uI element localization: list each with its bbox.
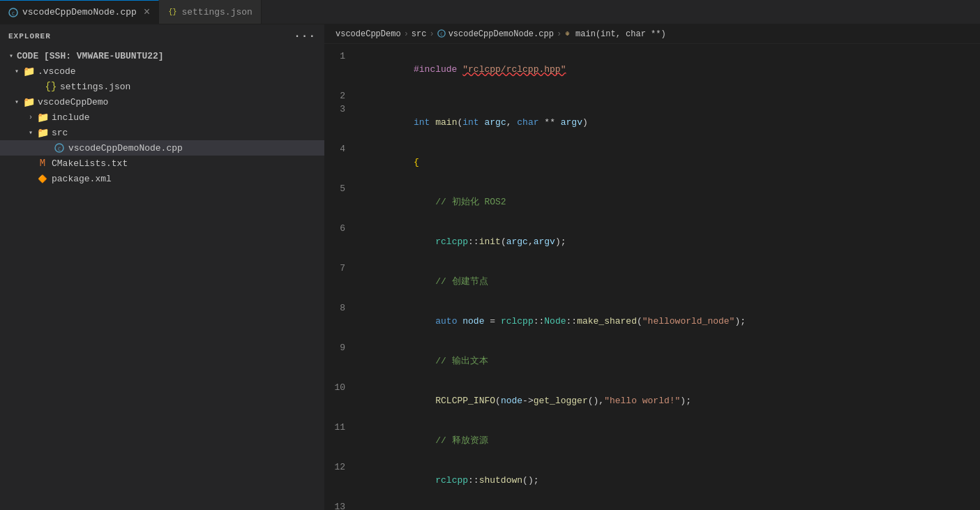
src-label: src — [52, 128, 68, 138]
main-layout: EXPLORER ··· ▾ CODE [SSH: VMWARE-UBUNTU2… — [0, 24, 980, 510]
vscodecppdemo-arrow: ▾ — [11, 98, 22, 106]
line-code-4: { — [359, 142, 419, 182]
more-options-icon[interactable]: ··· — [294, 30, 316, 43]
tab-cpp[interactable]: C vscodeCppDemoNode.cpp × — [0, 0, 159, 24]
svg-text:C: C — [12, 10, 15, 16]
line-code-10: RCLCPP_INFO(node->get_logger(),"hello wo… — [359, 381, 691, 421]
sep1: › — [404, 29, 409, 39]
line-code-6: rclcpp::init(argc,argv); — [359, 222, 566, 262]
tree-item-cppnode[interactable]: C vscodeCppDemoNode.cpp — [0, 140, 324, 156]
vscodecppdemo-label: vscodeCppDemo — [38, 97, 108, 107]
json-icon: {} — [45, 81, 57, 92]
project-folder-icon: 📁 — [22, 96, 35, 108]
vscode-arrow: ▾ — [11, 67, 22, 75]
tree-item-settings-json[interactable]: {} settings.json — [0, 79, 324, 94]
src-folder-icon: 📁 — [36, 127, 49, 139]
svg-text:C: C — [58, 147, 61, 152]
line-num-8: 8 — [324, 301, 359, 315]
line-code-3: int main(int argc, char ** argv) — [359, 103, 588, 142]
tab-json-label: settings.json — [181, 7, 252, 17]
code-line-12: 12 rclcpp::shutdown(); — [324, 460, 980, 500]
code-line-7: 7 // 创建节点 — [324, 262, 980, 301]
editor-area: vscodeCppDemo › src › C vscodeCppDemoNod… — [324, 24, 980, 510]
line-num-13: 13 — [324, 500, 359, 510]
tree-item-vscode[interactable]: ▾ 📁 .vscode — [0, 63, 324, 79]
code-line-5: 5 // 初始化 ROS2 — [324, 182, 980, 222]
line-code-11: // 释放资源 — [359, 421, 488, 460]
code-line-4: 4 { — [324, 142, 980, 182]
settings-json-label: settings.json — [60, 82, 130, 92]
include-label: include — [52, 112, 90, 123]
line-num-6: 6 — [324, 222, 359, 235]
code-line-9: 9 // 输出文本 — [324, 341, 980, 381]
cmake-label: CMakeLists.txt — [52, 158, 128, 169]
xml-icon: 🔶 — [36, 174, 49, 183]
breadcrumb-filename: vscodeCppDemoNode.cpp — [448, 29, 554, 39]
code-line-10: 10 RCLCPP_INFO(node->get_logger(),"hello… — [324, 381, 980, 421]
code-line-3: 3 int main(int argc, char ** argv) — [324, 103, 980, 142]
line-code-7: // 创建节点 — [359, 262, 488, 301]
breadcrumb: vscodeCppDemo › src › C vscodeCppDemoNod… — [324, 24, 980, 44]
line-code-12: rclcpp::shutdown(); — [359, 460, 538, 500]
breadcrumb-cpp-icon: C — [437, 29, 446, 39]
folder-icon: 📁 — [22, 66, 35, 77]
tab-bar: C vscodeCppDemoNode.cpp × {} settings.js… — [0, 0, 980, 24]
code-line-1: 1 #include "rclcpp/rclcpp.hpp" — [324, 50, 980, 89]
xml-label: package.xml — [52, 174, 112, 184]
tab-cpp-label: vscodeCppDemoNode.cpp — [22, 7, 137, 17]
line-code-1: #include "rclcpp/rclcpp.hpp" — [359, 50, 566, 89]
root-label: CODE [SSH: VMWARE-UBUNTU22] — [17, 51, 164, 61]
tree-item-include[interactable]: › 📁 include — [0, 110, 324, 125]
tab-json[interactable]: {} settings.json — [159, 0, 261, 24]
code-editor[interactable]: 1 #include "rclcpp/rclcpp.hpp" 2 3 int m… — [324, 44, 980, 510]
line-code-8: auto node = rclcpp::Node::make_shared("h… — [359, 301, 746, 341]
tree-item-src[interactable]: ▾ 📁 src — [0, 125, 324, 140]
line-num-10: 10 — [324, 381, 359, 394]
line-num-12: 12 — [324, 460, 359, 474]
json-file-icon: {} — [167, 7, 177, 17]
line-num-4: 4 — [324, 142, 359, 156]
line-num-1: 1 — [324, 50, 359, 63]
code-line-11: 11 // 释放资源 — [324, 421, 980, 460]
tree-item-xml[interactable]: 🔶 package.xml — [0, 171, 324, 186]
cppnode-label: vscodeCppDemoNode.cpp — [68, 143, 183, 153]
breadcrumb-function-icon: ⊕ — [564, 29, 573, 39]
sidebar-header: EXPLORER ··· — [0, 24, 324, 48]
cpp-file-icon: C — [8, 8, 18, 17]
breadcrumb-src: src — [412, 29, 427, 39]
line-code-13: return 0; — [359, 500, 484, 510]
sidebar-header-icons: ··· — [294, 30, 316, 43]
code-line-2: 2 — [324, 89, 980, 103]
src-arrow: ▾ — [25, 128, 36, 137]
code-line-8: 8 auto node = rclcpp::Node::make_shared(… — [324, 301, 980, 341]
line-num-2: 2 — [324, 89, 359, 103]
root-arrow: ▾ — [6, 52, 17, 60]
line-num-3: 3 — [324, 103, 359, 116]
file-tree: ▾ CODE [SSH: VMWARE-UBUNTU22] ▾ 📁 .vscod… — [0, 48, 324, 510]
cppnode-icon: C — [53, 143, 66, 153]
sidebar: EXPLORER ··· ▾ CODE [SSH: VMWARE-UBUNTU2… — [0, 24, 324, 510]
cmake-icon: M — [36, 158, 49, 169]
line-code-9: // 输出文本 — [359, 341, 488, 381]
line-num-5: 5 — [324, 182, 359, 195]
line-code-5: // 初始化 ROS2 — [359, 182, 506, 222]
tab-cpp-close[interactable]: × — [144, 7, 151, 18]
tree-item-cmake[interactable]: M CMakeLists.txt — [0, 156, 324, 171]
code-line-6: 6 rclcpp::init(argc,argv); — [324, 222, 980, 262]
include-folder-icon: 📁 — [36, 112, 49, 123]
sep3: › — [557, 29, 561, 39]
include-arrow: › — [25, 114, 36, 121]
breadcrumb-project: vscodeCppDemo — [336, 29, 401, 39]
breadcrumb-function: main(int, char **) — [575, 29, 666, 39]
sidebar-title: EXPLORER — [8, 32, 51, 40]
line-num-9: 9 — [324, 341, 359, 354]
svg-text:C: C — [440, 31, 443, 36]
tree-item-vscodecppdemo[interactable]: ▾ 📁 vscodeCppDemo — [0, 94, 324, 110]
svg-text:⊕: ⊕ — [566, 30, 570, 38]
line-num-11: 11 — [324, 421, 359, 434]
sep2: › — [429, 29, 434, 39]
vscode-folder-label: .vscode — [38, 66, 76, 77]
tree-root[interactable]: ▾ CODE [SSH: VMWARE-UBUNTU22] — [0, 48, 324, 63]
line-num-7: 7 — [324, 262, 359, 275]
code-line-13: 13 return 0; — [324, 500, 980, 510]
